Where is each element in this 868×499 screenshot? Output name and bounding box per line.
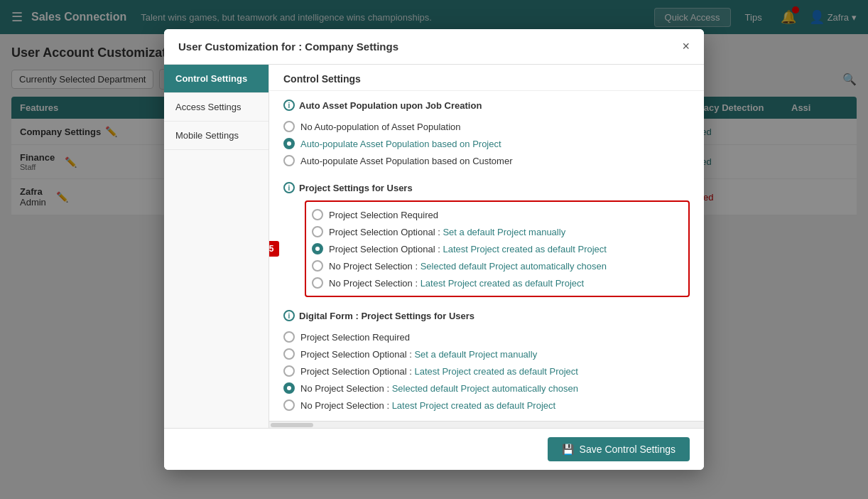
modal-title: User Customization for : Company Setting… — [178, 41, 398, 53]
modal-overlay: User Customization for : Company Setting… — [0, 0, 868, 499]
radio-circle-proj-req — [312, 209, 323, 220]
save-control-settings-button[interactable]: 💾 Save Control Settings — [548, 437, 690, 461]
radio-no-project-latest[interactable]: No Project Selection : Latest Project cr… — [312, 274, 683, 291]
radio-circle-proj-opt-latest — [312, 243, 323, 254]
radio-no-auto-population[interactable]: No Auto-population of Asset Population — [283, 118, 690, 135]
radio-circle-no-auto — [283, 121, 295, 132]
radio-label-no-proj-latest: No Project Selection : Latest Project cr… — [329, 278, 584, 289]
project-settings-info-icon[interactable]: i — [283, 182, 295, 193]
radio-circle-auto-customer — [283, 155, 295, 166]
radio-no-project-selected[interactable]: No Project Selection : Selected default … — [312, 257, 683, 274]
project-settings-section: i Project Settings for Users 5 Project S… — [283, 182, 690, 297]
auto-asset-section: i Auto Asset Population upon Job Creatio… — [283, 100, 690, 169]
modal-close-button[interactable]: × — [682, 39, 690, 54]
auto-asset-title: i Auto Asset Population upon Job Creatio… — [283, 100, 690, 111]
modal-dialog: User Customization for : Company Setting… — [164, 29, 704, 470]
radio-label-proj-opt-latest: Project Selection Optional : Latest Proj… — [329, 244, 607, 254]
radio-circle-df-no-latest — [283, 399, 295, 411]
content-header: Control Settings — [269, 65, 704, 91]
radio-df-optional-latest[interactable]: Project Selection Optional : Latest Proj… — [283, 363, 690, 380]
radio-circle-no-proj-latest — [312, 277, 323, 289]
radio-label-no-proj-sel: No Project Selection : Selected default … — [329, 261, 607, 272]
radio-circle-df-req — [283, 331, 295, 343]
highlight-badge: 5 — [269, 241, 279, 257]
radio-label-proj-req: Project Selection Required — [329, 210, 438, 220]
radio-label-df-no-sel: No Project Selection : Selected default … — [300, 383, 578, 394]
modal-content-area: Control Settings i Auto Asset Population… — [269, 65, 704, 428]
modal-header: User Customization for : Company Setting… — [164, 29, 704, 65]
tab-mobile-settings[interactable]: Mobile Settings — [164, 122, 268, 150]
radio-label-df-req: Project Selection Required — [300, 332, 410, 343]
radio-df-required[interactable]: Project Selection Required — [283, 328, 690, 345]
radio-df-no-latest[interactable]: No Project Selection : Latest Project cr… — [283, 397, 690, 414]
modal-body: Control Settings Access Settings Mobile … — [164, 65, 704, 428]
radio-df-no-selected[interactable]: No Project Selection : Selected default … — [283, 380, 690, 397]
radio-circle-auto-project — [283, 138, 295, 149]
radio-auto-customer[interactable]: Auto-populate Asset Population based on … — [283, 152, 690, 169]
modal-left-nav: Control Settings Access Settings Mobile … — [164, 65, 269, 428]
project-settings-highlight-box: Project Selection Required Project Selec… — [305, 200, 690, 297]
radio-auto-project[interactable]: Auto-populate Asset Population based on … — [283, 135, 690, 152]
radio-project-optional-latest[interactable]: Project Selection Optional : Latest Proj… — [312, 240, 683, 257]
radio-circle-df-no-sel — [283, 382, 295, 394]
radio-label-df-opt-manual: Project Selection Optional : Set a defau… — [300, 349, 537, 360]
content-scroll-area[interactable]: i Auto Asset Population upon Job Creatio… — [269, 91, 704, 421]
radio-label-proj-opt-manual: Project Selection Optional : Set a defau… — [329, 227, 565, 237]
auto-asset-info-icon[interactable]: i — [283, 100, 295, 111]
horizontal-scrollbar[interactable] — [269, 421, 704, 428]
project-settings-highlight-container: 5 Project Selection Required Project Se — [283, 200, 690, 297]
hscroll-thumb — [271, 423, 313, 427]
radio-project-required[interactable]: Project Selection Required — [312, 206, 683, 223]
radio-circle-no-proj-sel — [312, 260, 323, 272]
radio-circle-df-opt-latest — [283, 365, 295, 377]
project-settings-title: i Project Settings for Users — [283, 182, 690, 193]
radio-project-optional-manual[interactable]: Project Selection Optional : Set a defau… — [312, 223, 683, 240]
digital-form-title: i Digital Form : Project Settings for Us… — [283, 310, 690, 321]
digital-form-info-icon[interactable]: i — [283, 310, 295, 321]
radio-df-optional-manual[interactable]: Project Selection Optional : Set a defau… — [283, 345, 690, 363]
radio-label-df-no-latest: No Project Selection : Latest Project cr… — [300, 400, 555, 411]
radio-label-auto-customer: Auto-populate Asset Population based on … — [300, 156, 512, 166]
save-icon: 💾 — [562, 444, 574, 455]
tab-control-settings[interactable]: Control Settings — [164, 65, 268, 93]
save-button-label: Save Control Settings — [580, 444, 676, 455]
radio-label-no-auto: No Auto-population of Asset Population — [300, 122, 461, 132]
radio-label-auto-project: Auto-populate Asset Population based on … — [300, 139, 501, 149]
modal-footer: 💾 Save Control Settings — [164, 428, 704, 470]
radio-circle-proj-opt-manual — [312, 226, 323, 237]
radio-label-df-opt-latest: Project Selection Optional : Latest Proj… — [300, 366, 578, 377]
tab-access-settings[interactable]: Access Settings — [164, 93, 268, 122]
digital-form-section: i Digital Form : Project Settings for Us… — [283, 310, 690, 414]
radio-circle-df-opt-manual — [283, 348, 295, 360]
